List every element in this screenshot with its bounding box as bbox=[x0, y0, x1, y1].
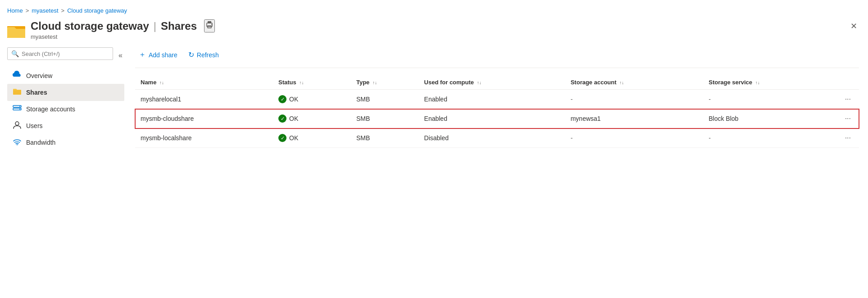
main-content: 🔍 « Overview bbox=[7, 47, 859, 291]
add-share-button[interactable]: ＋ Add share bbox=[135, 47, 181, 62]
header-title-block: Cloud storage gateway | Shares myasetest bbox=[31, 19, 215, 40]
users-icon bbox=[13, 121, 22, 131]
col-header-storage-account[interactable]: Storage account ↑↓ bbox=[565, 75, 704, 90]
ok-check-icon: ✓ bbox=[278, 134, 286, 142]
cell-storage-account: mynewsa1 bbox=[565, 109, 704, 128]
cell-name: mysmb-localshare bbox=[135, 128, 273, 148]
sort-icon-name: ↑↓ bbox=[159, 80, 164, 85]
breadcrumb-sep-1: > bbox=[26, 7, 29, 14]
sidebar-item-storage-accounts[interactable]: Storage accounts bbox=[7, 101, 124, 117]
sidebar: 🔍 « Overview bbox=[7, 47, 124, 291]
sidebar-item-bandwidth[interactable]: Bandwidth bbox=[7, 134, 124, 151]
add-icon: ＋ bbox=[139, 50, 146, 60]
cell-storage-service: Block Blob bbox=[703, 109, 836, 128]
cell-status: ✓OK bbox=[273, 90, 351, 109]
status-text: OK bbox=[289, 115, 298, 122]
ok-check-icon: ✓ bbox=[278, 115, 286, 123]
cell-actions: ··· bbox=[836, 109, 859, 128]
title-pipe: | bbox=[154, 20, 156, 32]
toolbar: ＋ Add share ↻ Refresh bbox=[135, 47, 859, 68]
sidebar-item-users[interactable]: Users bbox=[7, 117, 124, 134]
title-section: Shares bbox=[161, 20, 197, 32]
breadcrumb-cloud-storage-gateway[interactable]: Cloud storage gateway bbox=[67, 7, 127, 14]
col-header-used-for-compute[interactable]: Used for compute ↑↓ bbox=[419, 75, 565, 90]
breadcrumb-myasetest[interactable]: myasetest bbox=[32, 7, 58, 14]
cell-type: SMB bbox=[351, 128, 419, 148]
cell-used-for-compute: Disabled bbox=[419, 128, 565, 148]
shares-table: Name ↑↓ Status ↑↓ Type ↑↓ Used for com bbox=[135, 75, 859, 148]
ok-check-icon: ✓ bbox=[278, 95, 286, 103]
sidebar-users-label: Users bbox=[26, 122, 43, 129]
cell-storage-service: - bbox=[703, 90, 836, 109]
refresh-button[interactable]: ↻ Refresh bbox=[185, 48, 223, 62]
sort-icon-storage-account: ↑↓ bbox=[619, 80, 624, 85]
close-button[interactable]: ✕ bbox=[849, 19, 859, 33]
sidebar-storage-accounts-label: Storage accounts bbox=[26, 105, 75, 113]
row-actions-button[interactable]: ··· bbox=[842, 133, 854, 143]
sidebar-overview-label: Overview bbox=[26, 72, 52, 79]
sort-icon-type: ↑↓ bbox=[373, 80, 377, 85]
wifi-icon bbox=[13, 138, 22, 147]
cell-storage-account: - bbox=[565, 90, 704, 109]
cell-actions: ··· bbox=[836, 90, 859, 109]
header-left: Cloud storage gateway | Shares myasetest bbox=[7, 19, 215, 40]
cell-storage-account: - bbox=[565, 128, 704, 148]
cell-type: SMB bbox=[351, 90, 419, 109]
svg-point-10 bbox=[19, 109, 20, 110]
storage-icon bbox=[13, 105, 22, 114]
col-header-name[interactable]: Name ↑↓ bbox=[135, 75, 273, 90]
table-header-row: Name ↑↓ Status ↑↓ Type ↑↓ Used for com bbox=[135, 75, 859, 90]
breadcrumb: Home > myasetest > Cloud storage gateway bbox=[7, 7, 859, 14]
table-row[interactable]: mysmb-cloudshare✓OKSMBEnabledmynewsa1Blo… bbox=[135, 109, 859, 128]
cell-status: ✓OK bbox=[273, 128, 351, 148]
sidebar-bandwidth-label: Bandwidth bbox=[26, 139, 55, 146]
title-text: Cloud storage gateway bbox=[31, 20, 149, 32]
col-header-type[interactable]: Type ↑↓ bbox=[351, 75, 419, 90]
sidebar-shares-label: Shares bbox=[26, 89, 47, 96]
sort-icon-storage-service: ↑↓ bbox=[755, 80, 760, 85]
row-actions-button[interactable]: ··· bbox=[842, 94, 854, 104]
search-box: 🔍 bbox=[7, 47, 113, 60]
svg-rect-4 bbox=[208, 21, 211, 23]
table-row[interactable]: mysmb-localshare✓OKSMBDisabled--··· bbox=[135, 128, 859, 148]
content-area: ＋ Add share ↻ Refresh Name ↑↓ bbox=[124, 47, 859, 291]
cell-type: SMB bbox=[351, 109, 419, 128]
cell-storage-service: - bbox=[703, 128, 836, 148]
cell-name: mysmb-cloudshare bbox=[135, 109, 273, 128]
folder-icon bbox=[7, 22, 25, 38]
dash: - bbox=[571, 134, 573, 142]
col-header-actions bbox=[836, 75, 859, 90]
col-header-status[interactable]: Status ↑↓ bbox=[273, 75, 351, 90]
collapse-button[interactable]: « bbox=[117, 50, 124, 61]
add-share-label: Add share bbox=[149, 51, 177, 59]
status-text: OK bbox=[289, 96, 298, 103]
dash: - bbox=[571, 96, 573, 103]
folder-nav-icon bbox=[13, 87, 22, 97]
svg-point-11 bbox=[15, 122, 19, 125]
dash: - bbox=[709, 134, 711, 142]
cell-name: mysharelocal1 bbox=[135, 90, 273, 109]
page-title: Cloud storage gateway | Shares bbox=[31, 19, 215, 32]
header-row: Cloud storage gateway | Shares myasetest bbox=[7, 19, 859, 40]
row-actions-button[interactable]: ··· bbox=[842, 114, 854, 124]
breadcrumb-home[interactable]: Home bbox=[7, 7, 23, 14]
sidebar-item-overview[interactable]: Overview bbox=[7, 67, 124, 84]
table-row[interactable]: mysharelocal1✓OKSMBEnabled--··· bbox=[135, 90, 859, 109]
refresh-icon: ↻ bbox=[188, 50, 194, 59]
page-subtitle: myasetest bbox=[31, 33, 215, 40]
svg-point-9 bbox=[19, 106, 20, 107]
cell-used-for-compute: Enabled bbox=[419, 90, 565, 109]
col-header-storage-service[interactable]: Storage service ↑↓ bbox=[703, 75, 836, 90]
refresh-label: Refresh bbox=[197, 51, 219, 59]
print-icon bbox=[205, 20, 214, 29]
print-button[interactable] bbox=[204, 19, 215, 32]
sidebar-item-shares[interactable]: Shares bbox=[7, 84, 124, 101]
search-icon: 🔍 bbox=[11, 50, 19, 57]
page-wrapper: Home > myasetest > Cloud storage gateway bbox=[0, 0, 868, 298]
sort-icon-compute: ↑↓ bbox=[477, 80, 482, 85]
cell-used-for-compute: Enabled bbox=[419, 109, 565, 128]
search-input[interactable] bbox=[22, 50, 109, 57]
svg-point-6 bbox=[211, 24, 212, 25]
dash: - bbox=[709, 96, 711, 103]
svg-point-12 bbox=[17, 144, 18, 145]
